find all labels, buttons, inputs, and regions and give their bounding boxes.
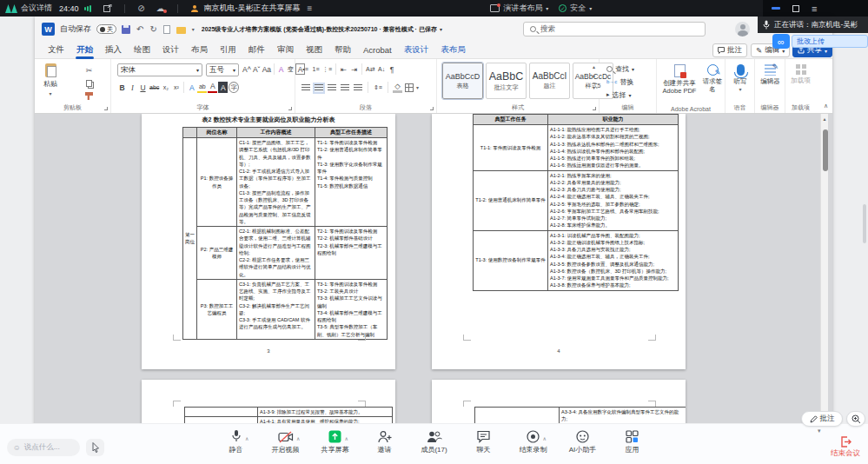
tab-table-design[interactable]: 表设计 bbox=[398, 42, 435, 59]
numbering-button[interactable]: 1≡ bbox=[311, 63, 321, 75]
select-button[interactable]: ▸选择▾ bbox=[606, 89, 634, 101]
highlight-button[interactable]: ab bbox=[197, 82, 207, 93]
ai-assistant-button[interactable]: AI小助手 bbox=[564, 428, 602, 454]
styles-dialog-launcher[interactable] bbox=[593, 107, 596, 110]
font-dialog-launcher[interactable] bbox=[288, 107, 292, 110]
styles-scroll-up-icon[interactable]: ▴ bbox=[593, 63, 595, 70]
clear-formatting-button[interactable]: A bbox=[276, 63, 286, 75]
tab-draw[interactable]: 绘图 bbox=[128, 42, 156, 59]
find-button[interactable]: 查找▾ bbox=[606, 63, 634, 75]
underline-button[interactable]: U bbox=[138, 82, 148, 93]
strikethrough-button[interactable]: abc bbox=[149, 82, 160, 93]
phonetic-guide-button[interactable]: 变 bbox=[286, 63, 295, 75]
word-search-box[interactable]: 搜索 bbox=[523, 22, 706, 36]
stop-recording-button[interactable]: ∧ 结束录制 bbox=[514, 428, 553, 454]
tab-insert[interactable]: 插入 bbox=[99, 42, 128, 59]
end-meeting-button[interactable]: 结束会议 bbox=[824, 436, 867, 462]
font-color-button[interactable]: A bbox=[208, 82, 217, 93]
create-pdf-button[interactable]: 创建并共享 Adobe PDF bbox=[660, 64, 699, 96]
title-caret-icon[interactable]: ▾ bbox=[440, 26, 442, 32]
redo-icon[interactable]: ↻ bbox=[149, 24, 156, 34]
tab-review[interactable]: 审阅 bbox=[271, 42, 300, 59]
apps-button[interactable]: 应用 bbox=[613, 428, 652, 454]
line-spacing-button[interactable]: ⇕≡ bbox=[373, 82, 383, 93]
account-avatar[interactable] bbox=[735, 22, 750, 36]
undo-icon[interactable]: ↶ bbox=[136, 24, 143, 34]
change-case-button[interactable]: Aa bbox=[262, 63, 272, 75]
window-menu-button[interactable]: ≡ bbox=[812, 5, 817, 12]
font-name-select[interactable]: 宋体▾ bbox=[117, 63, 202, 76]
style-table[interactable]: AaBbCcD表格 bbox=[442, 63, 483, 99]
layout-button[interactable]: 演讲者布局▾ bbox=[490, 3, 548, 14]
cut-icon[interactable]: ✂ bbox=[83, 64, 95, 76]
cloud-record-icon[interactable]: ☁ bbox=[155, 3, 167, 14]
styles-scroll-down-icon[interactable]: ▾ bbox=[593, 73, 595, 79]
chat-input[interactable]: ☺ 说点什么... bbox=[7, 439, 80, 456]
italic-button[interactable]: I bbox=[128, 82, 137, 93]
recording-disabled-icon[interactable]: ⊘ bbox=[136, 3, 148, 14]
text-effects-button[interactable]: A bbox=[187, 82, 196, 93]
align-left-button[interactable] bbox=[301, 84, 310, 92]
asian-layout-button[interactable]: A⇄ bbox=[365, 63, 376, 75]
meeting-details-button[interactable]: 会议详情 bbox=[21, 3, 52, 14]
tab-file[interactable]: 文件 bbox=[42, 42, 70, 59]
scrollbar-thumb[interactable] bbox=[823, 129, 828, 171]
paste-button[interactable]: 粘贴 ▾ bbox=[43, 63, 57, 96]
open-folder-icon[interactable] bbox=[176, 27, 186, 34]
collapse-ribbon-icon[interactable]: ∧ bbox=[824, 103, 828, 109]
clipboard-dialog-launcher[interactable] bbox=[104, 107, 108, 110]
grow-font-button[interactable]: A^ bbox=[242, 63, 252, 75]
save-icon[interactable] bbox=[122, 25, 130, 34]
shrink-font-button[interactable]: Aˇ bbox=[252, 63, 262, 75]
show-marks-button[interactable]: ¶ bbox=[388, 63, 397, 75]
styles-gallery-more-icon[interactable]: ▾ bbox=[593, 83, 595, 90]
annotate-caret-icon[interactable]: ▾ bbox=[818, 428, 821, 434]
replace-button[interactable]: b→c替换 bbox=[606, 76, 634, 88]
doc-page-2[interactable]: 典型工作任务 职业能力 T1-1: 零件图识读及零件检测 A1-1-1: 能熟练… bbox=[432, 114, 686, 369]
align-center-button[interactable] bbox=[315, 84, 323, 92]
quick-reaction-button[interactable] bbox=[86, 439, 104, 456]
style-comment-text[interactable]: AaBbC批注文字 bbox=[486, 63, 527, 99]
invite-button[interactable]: 邀请 bbox=[366, 428, 404, 454]
sharing-options-icon[interactable]: ≡ bbox=[304, 3, 316, 14]
increase-indent-button[interactable]: ⇥ bbox=[349, 63, 359, 75]
tab-home[interactable]: 开始 bbox=[70, 42, 99, 59]
start-video-button[interactable]: ∧ 开启视频 bbox=[267, 428, 305, 454]
font-size-select[interactable]: 五号▾ bbox=[206, 63, 239, 76]
paragraph-dialog-launcher[interactable] bbox=[430, 107, 434, 110]
sidebar-scrollbar-thumb[interactable] bbox=[863, 204, 866, 243]
shading-button[interactable]: ◇ bbox=[393, 82, 402, 93]
bold-button[interactable]: B bbox=[117, 82, 127, 93]
superscript-button[interactable]: x² bbox=[171, 82, 181, 93]
decrease-indent-button[interactable]: ⇤ bbox=[339, 63, 348, 75]
request-signature-button[interactable]: 请求签名 bbox=[700, 64, 725, 94]
bullets-button[interactable]: •≡ bbox=[301, 63, 310, 75]
mute-button[interactable]: ∧ 静音 bbox=[217, 428, 255, 454]
open-new-window-icon[interactable] bbox=[102, 3, 114, 14]
new-document-icon[interactable] bbox=[163, 25, 170, 34]
magnify-button[interactable] bbox=[846, 411, 865, 427]
format-painter-icon[interactable] bbox=[83, 90, 95, 102]
scroll-up-icon[interactable]: ▴ bbox=[821, 116, 828, 122]
tab-mailings[interactable]: 邮件 bbox=[242, 42, 271, 59]
dictate-button[interactable]: 听写▾ bbox=[730, 64, 751, 94]
share-screen-button[interactable]: ∧ 共享屏幕 bbox=[316, 428, 354, 454]
security-button[interactable]: ✓ 安全▾ bbox=[559, 3, 592, 14]
addins-button[interactable]: 加载项 bbox=[790, 64, 812, 84]
tab-acrobat[interactable]: Acrobat bbox=[357, 42, 398, 59]
annotate-button[interactable]: 批注 bbox=[801, 411, 843, 427]
borders-button[interactable] bbox=[405, 83, 414, 92]
subscript-button[interactable]: x₂ bbox=[161, 82, 170, 93]
copy-icon[interactable] bbox=[83, 77, 95, 89]
maximize-button[interactable] bbox=[792, 5, 799, 12]
justify-button[interactable] bbox=[341, 84, 349, 92]
tab-layout[interactable]: 布局 bbox=[185, 42, 214, 59]
autosave-toggle[interactable]: 关 bbox=[96, 24, 116, 34]
editor-button[interactable]: 编辑器 bbox=[759, 64, 781, 85]
align-right-button[interactable] bbox=[328, 84, 336, 92]
comments-button[interactable]: 批注 bbox=[712, 43, 747, 57]
sort-button[interactable]: A↓ bbox=[377, 63, 387, 75]
qat-customize-icon[interactable]: ▾ bbox=[192, 26, 195, 32]
members-button[interactable]: 成员(17) bbox=[415, 428, 454, 454]
distribute-button[interactable] bbox=[354, 84, 362, 92]
